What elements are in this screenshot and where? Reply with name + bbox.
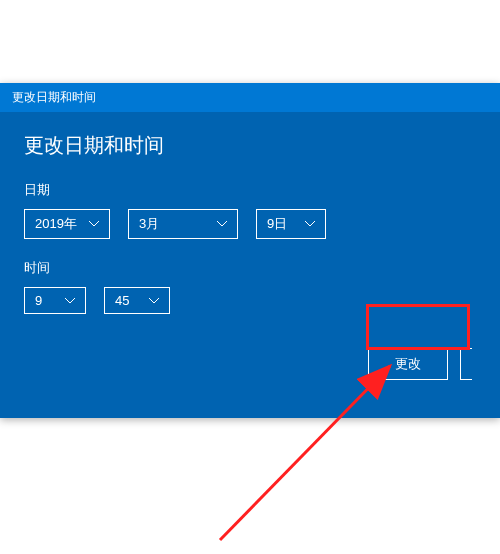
datetime-dialog: 更改日期和时间 更改日期和时间 日期 2019年 3月 9日	[0, 83, 500, 418]
cancel-button[interactable]	[460, 348, 472, 380]
chevron-down-icon	[89, 221, 99, 227]
minute-dropdown[interactable]: 45	[104, 287, 170, 314]
day-dropdown[interactable]: 9日	[256, 209, 326, 239]
change-button[interactable]: 更改	[368, 348, 448, 380]
dialog-titlebar: 更改日期和时间	[0, 83, 500, 112]
hour-value: 9	[35, 293, 42, 308]
time-row: 9 45	[24, 287, 476, 314]
year-value: 2019年	[35, 215, 77, 233]
date-label: 日期	[24, 181, 476, 199]
hour-dropdown[interactable]: 9	[24, 287, 86, 314]
dialog-content: 更改日期和时间 日期 2019年 3月 9日 时间	[0, 112, 500, 418]
dialog-title: 更改日期和时间	[12, 90, 96, 104]
day-value: 9日	[267, 215, 287, 233]
month-value: 3月	[139, 215, 159, 233]
month-dropdown[interactable]: 3月	[128, 209, 238, 239]
page-title: 更改日期和时间	[24, 132, 476, 159]
year-dropdown[interactable]: 2019年	[24, 209, 110, 239]
chevron-down-icon	[65, 298, 75, 304]
minute-value: 45	[115, 293, 129, 308]
time-label: 时间	[24, 259, 476, 277]
chevron-down-icon	[305, 221, 315, 227]
chevron-down-icon	[217, 221, 227, 227]
chevron-down-icon	[149, 298, 159, 304]
button-row: 更改	[24, 334, 476, 398]
date-row: 2019年 3月 9日	[24, 209, 476, 239]
